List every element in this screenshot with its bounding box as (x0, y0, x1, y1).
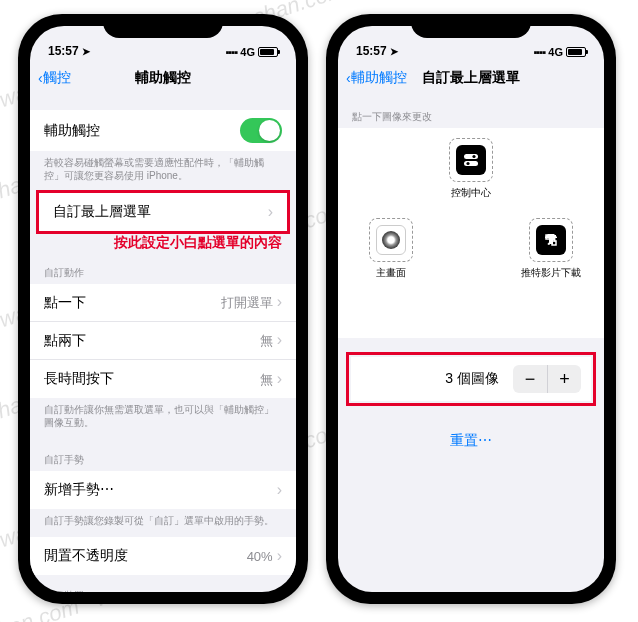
actions-header: 自訂動作 (30, 252, 296, 284)
icon-count-stepper: 3 個圖像 − + (351, 357, 591, 401)
toggles-icon (456, 145, 486, 175)
double-tap-label: 點兩下 (44, 332, 86, 350)
chevron-right-icon: › (268, 203, 273, 221)
stepper-label: 3 個圖像 (445, 370, 499, 388)
icon-control-center[interactable]: 控制中心 (436, 138, 506, 200)
svg-rect-2 (464, 161, 478, 166)
actions-footer: 自訂動作讓你無需選取選單，也可以與「輔助觸控」圖像互動。 (30, 398, 296, 439)
customize-top-menu-row[interactable]: 自訂最上層選單 › (39, 193, 287, 231)
single-tap-row[interactable]: 點一下 打開選單› (30, 284, 296, 322)
back-label: 觸控 (43, 69, 71, 87)
single-tap-label: 點一下 (44, 294, 86, 312)
highlight-customize: 自訂最上層選單 › (36, 190, 290, 234)
opacity-label: 閒置不透明度 (44, 547, 128, 565)
notch (411, 14, 531, 38)
status-time: 15:57 (48, 44, 79, 58)
page-title: 輔助觸控 (135, 69, 191, 87)
annotation-text: 按此設定小白點選單的內容 (30, 232, 296, 252)
screen-right: 15:57 ➤ ▪▪▪▪ 4G ‹ 輔助觸控 自訂最上層選單 點一下圖像來更改 (338, 26, 604, 592)
icon-label: 控制中心 (436, 186, 506, 200)
home-icon (376, 225, 406, 255)
toggle-footer: 若較容易碰觸螢幕或需要適應性配件時，「輔助觸控」可讓您更容易使用 iPhone。 (30, 151, 296, 192)
page-title: 自訂最上層選單 (422, 69, 520, 87)
pointer-header: 指向裝置 (30, 575, 296, 592)
icon-grid: 控制中心 主畫面 ↗ (338, 128, 604, 338)
chevron-right-icon: › (277, 481, 282, 499)
notch (103, 14, 223, 38)
icon-label: 主畫面 (356, 266, 426, 280)
long-press-value: 無 (260, 372, 273, 387)
screen-left: 15:57 ➤ ▪▪▪▪ 4G ‹ 觸控 輔助觸控 (30, 26, 296, 592)
svg-point-3 (466, 162, 469, 165)
battery-icon (566, 47, 586, 57)
chevron-right-icon: › (277, 331, 282, 348)
back-label: 輔助觸控 (351, 69, 407, 87)
status-time: 15:57 (356, 44, 387, 58)
double-tap-row[interactable]: 點兩下 無› (30, 322, 296, 360)
signal-icon: ▪▪▪▪ (226, 46, 238, 58)
gestures-header: 自訂手勢 (30, 439, 296, 471)
new-gesture-label: 新增手勢⋯ (44, 481, 114, 499)
svg-rect-0 (464, 154, 478, 159)
back-button[interactable]: ‹ 輔助觸控 (346, 69, 407, 87)
location-icon: ➤ (82, 46, 90, 57)
single-tap-value: 打開選單 (221, 295, 273, 310)
chevron-right-icon: › (277, 547, 282, 564)
customize-label: 自訂最上層選單 (53, 203, 151, 221)
icon-home[interactable]: 主畫面 (356, 218, 426, 280)
stepper-plus-button[interactable]: + (547, 365, 581, 393)
toggle-switch-on[interactable] (240, 118, 282, 143)
highlight-stepper: 3 個圖像 − + (346, 352, 596, 406)
nav-bar: ‹ 輔助觸控 自訂最上層選單 (338, 60, 604, 96)
hint-text: 點一下圖像來更改 (338, 96, 604, 128)
gestures-footer: 自訂手勢讓您錄製可從「自訂」選單中啟用的手勢。 (30, 509, 296, 537)
toggle-label: 輔助觸控 (44, 122, 100, 140)
icon-label: 推特影片下載 (516, 266, 586, 280)
long-press-label: 長時間按下 (44, 370, 114, 388)
location-icon: ➤ (390, 46, 398, 57)
svg-point-1 (472, 155, 475, 158)
new-gesture-row[interactable]: 新增手勢⋯ › (30, 471, 296, 509)
signal-icon: ▪▪▪▪ (534, 46, 546, 58)
opacity-value: 40% (247, 549, 273, 564)
nav-bar: ‹ 觸控 輔助觸控 (30, 60, 296, 96)
chevron-right-icon: › (277, 370, 282, 387)
long-press-row[interactable]: 長時間按下 無› (30, 360, 296, 398)
icon-video-download[interactable]: ↗ 推特影片下載 (516, 218, 586, 280)
shortcut-icon: ↗ (536, 225, 566, 255)
back-button[interactable]: ‹ 觸控 (38, 69, 71, 87)
phone-right: 15:57 ➤ ▪▪▪▪ 4G ‹ 輔助觸控 自訂最上層選單 點一下圖像來更改 (326, 14, 616, 604)
opacity-row[interactable]: 閒置不透明度 40%› (30, 537, 296, 575)
phone-left: 15:57 ➤ ▪▪▪▪ 4G ‹ 觸控 輔助觸控 (18, 14, 308, 604)
double-tap-value: 無 (260, 333, 273, 348)
battery-icon (258, 47, 278, 57)
reset-button[interactable]: 重置⋯ (338, 406, 604, 476)
network-label: 4G (240, 46, 255, 58)
network-label: 4G (548, 46, 563, 58)
assistive-touch-toggle-row[interactable]: 輔助觸控 (30, 110, 296, 151)
chevron-right-icon: › (277, 293, 282, 310)
stepper-minus-button[interactable]: − (513, 365, 547, 393)
